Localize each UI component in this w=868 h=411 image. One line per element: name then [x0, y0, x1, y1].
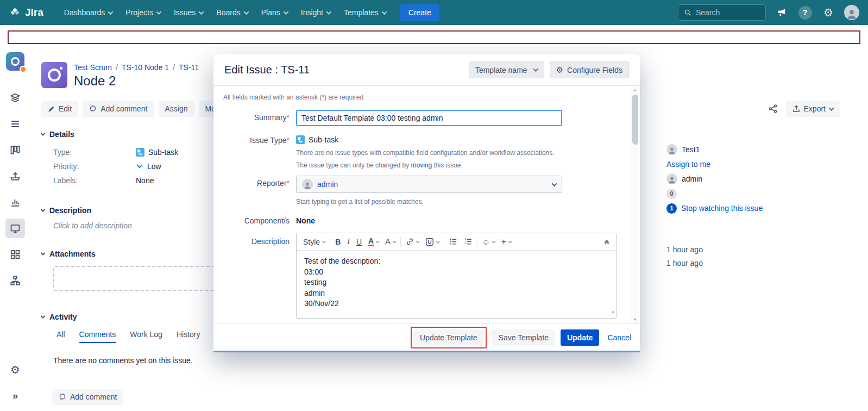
project-settings-button[interactable]: ⚙: [5, 360, 25, 379]
export-button[interactable]: Export: [786, 101, 840, 117]
settings-button[interactable]: ⚙: [821, 5, 836, 20]
description-textarea[interactable]: Test of the description: 03:00 testing a…: [297, 251, 616, 318]
reporter-note: Start typing to get a list of possible m…: [296, 198, 613, 205]
update-button[interactable]: Update: [561, 329, 599, 346]
annotation-banner: [8, 30, 860, 44]
edit-button[interactable]: Edit: [41, 101, 78, 117]
reporter-name[interactable]: admin: [682, 175, 702, 183]
chevron-down-icon: [41, 131, 45, 135]
nav-item-plans[interactable]: Plans: [261, 8, 288, 17]
labels-value: None: [136, 176, 154, 185]
share-button[interactable]: [766, 101, 779, 117]
project-avatar-large[interactable]: [41, 62, 67, 88]
italic-button[interactable]: I: [344, 235, 353, 248]
avatar: [666, 144, 677, 155]
tab-all[interactable]: All: [56, 330, 65, 343]
sidebar-item-backlog[interactable]: [5, 114, 25, 134]
style-dropdown[interactable]: Style: [300, 235, 328, 248]
jira-logo[interactable]: Jira: [9, 7, 43, 19]
project-avatar-small[interactable]: [6, 52, 24, 71]
issue-type-note-1: There are no issue types with compatible…: [296, 149, 613, 157]
sidebar-item-structure[interactable]: [5, 271, 25, 290]
assign-button[interactable]: Assign: [159, 101, 194, 117]
underline-button[interactable]: U: [353, 235, 365, 248]
sidebar-item-issues[interactable]: [5, 219, 25, 238]
nav-item-projects[interactable]: Projects: [125, 8, 161, 17]
stop-watching-link[interactable]: Stop watching this issue: [681, 204, 763, 213]
tab-comments[interactable]: Comments: [79, 330, 116, 343]
no-comments-text: There are no comments yet on this issue.: [53, 356, 868, 365]
link-icon: [406, 238, 414, 246]
collapse-toolbar-button[interactable]: [601, 239, 613, 245]
breadcrumb-issue[interactable]: TS-11: [179, 63, 199, 72]
numbered-list-button[interactable]: [461, 235, 475, 248]
chevron-down-icon: [381, 9, 387, 15]
nav-right-group: ? ⚙: [678, 4, 859, 21]
search-box[interactable]: [678, 4, 766, 21]
chevron-down-icon: [41, 251, 45, 255]
jira-logo-icon: [9, 7, 21, 19]
tab-work-log[interactable]: Work Log: [130, 330, 162, 343]
link-dropdown[interactable]: [402, 235, 422, 248]
page-title: Node 2: [74, 73, 199, 89]
scroll-down-arrow[interactable]: ▼: [631, 316, 639, 323]
breadcrumb-project[interactable]: Test Scrum: [74, 63, 112, 72]
nav-item-insight[interactable]: Insight: [301, 8, 331, 17]
breadcrumb-separator: /: [173, 63, 175, 72]
chevron-down-icon: [199, 9, 204, 15]
profile-button[interactable]: [844, 5, 859, 20]
configure-fields-button[interactable]: ⚙ Configure Fields: [550, 61, 629, 78]
sidebar-item-releases[interactable]: [5, 166, 25, 186]
scrollbar-thumb[interactable]: [632, 95, 638, 145]
assign-to-me-link[interactable]: Assign to me: [666, 160, 710, 169]
nav-item-boards[interactable]: Boards: [216, 8, 248, 17]
cancel-link[interactable]: Cancel: [607, 333, 631, 342]
reporter-row: admin: [666, 173, 862, 185]
add-comment-bottom-button[interactable]: Add comment: [52, 389, 123, 405]
description-editor: Style B I U A A ☺: [296, 233, 617, 319]
sidebar-item-reports[interactable]: [5, 192, 25, 212]
help-icon: ?: [798, 6, 812, 20]
moving-link[interactable]: moving: [411, 161, 432, 169]
search-input[interactable]: [696, 8, 757, 17]
help-button[interactable]: ?: [797, 5, 813, 20]
chevron-down-icon: [829, 105, 834, 111]
summary-input[interactable]: [296, 110, 562, 126]
summary-label: Summary: [254, 113, 287, 122]
chevron-down-icon: [326, 9, 332, 15]
project-sidebar: ⚙ »: [0, 48, 30, 411]
annotation-highlight: Update Template: [411, 327, 487, 348]
sidebar-item-board[interactable]: [5, 140, 25, 160]
editor-scroll-down-arrow[interactable]: ▼: [611, 307, 615, 318]
tab-history[interactable]: History: [177, 330, 200, 343]
chevron-down-icon: [322, 239, 326, 243]
breadcrumb-parent[interactable]: TS-10 Node 1: [122, 63, 169, 72]
field-label: Labels:: [53, 176, 136, 185]
announcements-button[interactable]: [774, 5, 789, 20]
sidebar-item-addons[interactable]: [5, 245, 25, 264]
scroll-up-arrow[interactable]: ▲: [631, 86, 639, 94]
bold-button[interactable]: B: [332, 235, 344, 248]
share-icon: [769, 104, 777, 113]
insert-macro-dropdown[interactable]: [422, 235, 442, 248]
more-formatting-dropdown[interactable]: A: [382, 235, 398, 248]
bullet-list-button[interactable]: [446, 235, 461, 248]
create-button[interactable]: Create: [400, 4, 439, 21]
reporter-select[interactable]: admin: [296, 176, 562, 193]
emoji-dropdown[interactable]: ☺: [479, 235, 498, 248]
sidebar-collapse-button[interactable]: »: [5, 386, 25, 406]
insert-more-dropdown[interactable]: +: [498, 235, 514, 248]
save-template-button[interactable]: Save Template: [492, 329, 555, 346]
add-comment-button[interactable]: Add comment: [83, 101, 154, 117]
chevron-down-icon: [156, 9, 161, 15]
sidebar-item-layers[interactable]: [5, 88, 25, 108]
nav-item-issues[interactable]: Issues: [174, 8, 203, 17]
text-color-dropdown[interactable]: A: [365, 235, 382, 249]
assignee-name[interactable]: Test1: [682, 145, 700, 154]
issue-type-label: Issue Type: [250, 136, 286, 145]
dialog-scrollbar[interactable]: ▲ ▼: [631, 86, 639, 323]
nav-item-templates[interactable]: Templates: [344, 8, 386, 17]
update-template-button[interactable]: Update Template: [413, 329, 484, 346]
template-name-select[interactable]: Template name: [469, 61, 544, 78]
nav-item-dashboards[interactable]: Dashboards: [64, 8, 113, 17]
